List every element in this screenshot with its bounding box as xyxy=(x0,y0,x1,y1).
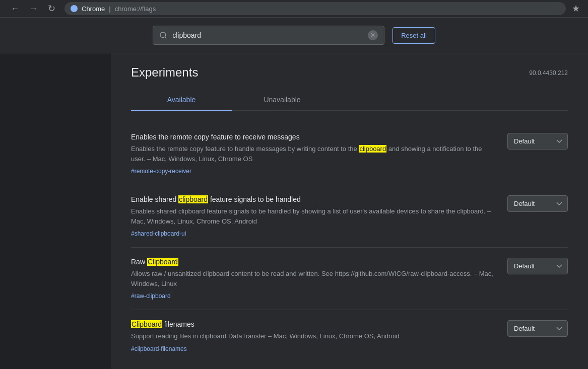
experiment-title-text: Enables the remote copy feature to recei… xyxy=(131,133,300,141)
nav-buttons: ← → ↻ xyxy=(8,2,58,16)
experiment-control: Default Enabled Disabled xyxy=(507,320,568,337)
sidebar xyxy=(0,53,111,369)
experiment-item: Enable shared clipboard feature signals … xyxy=(131,185,568,248)
experiment-desc: Support reading files in clipboard DataT… xyxy=(131,331,495,341)
address-separator: | xyxy=(109,5,110,13)
forward-button[interactable]: → xyxy=(26,2,40,16)
address-url: chrome://flags xyxy=(115,5,156,13)
experiment-info: Enables the remote copy feature to recei… xyxy=(131,133,495,175)
svg-point-0 xyxy=(160,32,166,38)
experiment-desc: Enables shared clipboard feature signals… xyxy=(131,206,495,226)
experiment-control: Default Enabled Disabled xyxy=(507,195,568,212)
select-wrapper: Default Enabled Disabled xyxy=(507,195,568,212)
title-highlight: Clipboard xyxy=(131,320,162,328)
experiment-item: Raw Clipboard Allows raw / unsanitized c… xyxy=(131,248,568,310)
experiment-dropdown[interactable]: Default Enabled Disabled xyxy=(507,258,568,274)
search-input[interactable] xyxy=(172,31,363,39)
search-area: ✕ Reset all xyxy=(0,18,588,53)
title-text-prefix: Raw xyxy=(131,258,147,266)
title-text-suffix: feature signals to be handled xyxy=(208,195,301,203)
experiment-title: Enables the remote copy feature to recei… xyxy=(131,133,495,141)
content-area: Experiments 90.0.4430.212 Available Unav… xyxy=(111,53,588,369)
experiment-dropdown[interactable]: Default Enabled Disabled xyxy=(507,133,568,150)
address-bar[interactable]: Chrome | chrome://flags xyxy=(64,2,566,15)
security-icon xyxy=(71,5,78,12)
experiment-link[interactable]: #shared-clipboard-ui xyxy=(131,230,186,237)
tab-unavailable[interactable]: Unavailable xyxy=(232,90,333,111)
experiment-title: Clipboard filenames xyxy=(131,320,495,328)
search-box: ✕ xyxy=(153,26,384,45)
reset-all-button[interactable]: Reset all xyxy=(393,27,435,44)
page-header: Experiments 90.0.4430.212 xyxy=(131,65,568,80)
experiment-dropdown[interactable]: Default Enabled Disabled xyxy=(507,320,568,337)
svg-line-1 xyxy=(165,37,166,38)
browser-chrome: ← → ↻ Chrome | chrome://flags ★ xyxy=(0,0,588,18)
browser-name: Chrome xyxy=(82,5,105,13)
search-icon xyxy=(159,31,167,39)
experiment-info: Raw Clipboard Allows raw / unsanitized c… xyxy=(131,258,495,300)
title-highlight: clipboard xyxy=(178,195,208,203)
bookmark-button[interactable]: ★ xyxy=(572,3,580,14)
title-text-prefix: Enable shared xyxy=(131,195,178,203)
tabs-container: Available Unavailable xyxy=(131,90,568,111)
experiment-info: Clipboard filenames Support reading file… xyxy=(131,320,495,352)
title-text-suffix: filenames xyxy=(162,320,194,328)
clear-search-button[interactable]: ✕ xyxy=(368,30,378,40)
experiment-link[interactable]: #clipboard-filenames xyxy=(131,345,187,352)
desc-highlight: clipboard xyxy=(359,145,386,153)
page-title: Experiments xyxy=(131,65,198,80)
experiment-info: Enable shared clipboard feature signals … xyxy=(131,195,495,237)
back-button[interactable]: ← xyxy=(8,2,22,16)
experiment-desc: Enables the remote copy feature to handl… xyxy=(131,144,495,164)
select-wrapper: Default Enabled Disabled xyxy=(507,133,568,150)
select-wrapper: Default Enabled Disabled xyxy=(507,320,568,337)
experiment-title: Raw Clipboard xyxy=(131,258,495,266)
select-wrapper: Default Enabled Disabled xyxy=(507,258,568,274)
experiment-link[interactable]: #raw-clipboard xyxy=(131,292,171,300)
experiment-link[interactable]: #remote-copy-receiver xyxy=(131,168,191,175)
version-text: 90.0.4430.212 xyxy=(529,69,568,77)
experiment-control: Default Enabled Disabled xyxy=(507,133,568,150)
experiment-dropdown[interactable]: Default Enabled Disabled xyxy=(507,195,568,212)
experiment-item: Clipboard filenames Support reading file… xyxy=(131,310,568,362)
title-highlight: Clipboard xyxy=(147,258,178,266)
experiment-control: Default Enabled Disabled xyxy=(507,258,568,274)
experiment-desc: Allows raw / unsanitized clipboard conte… xyxy=(131,269,495,288)
desc-text-1: Enables the remote copy feature to handl… xyxy=(131,145,359,153)
experiment-item: Enables the remote copy feature to recei… xyxy=(131,123,568,185)
experiment-title: Enable shared clipboard feature signals … xyxy=(131,195,495,203)
main-content: Experiments 90.0.4430.212 Available Unav… xyxy=(0,53,588,369)
tab-available[interactable]: Available xyxy=(131,90,232,111)
reload-button[interactable]: ↻ xyxy=(44,2,58,16)
